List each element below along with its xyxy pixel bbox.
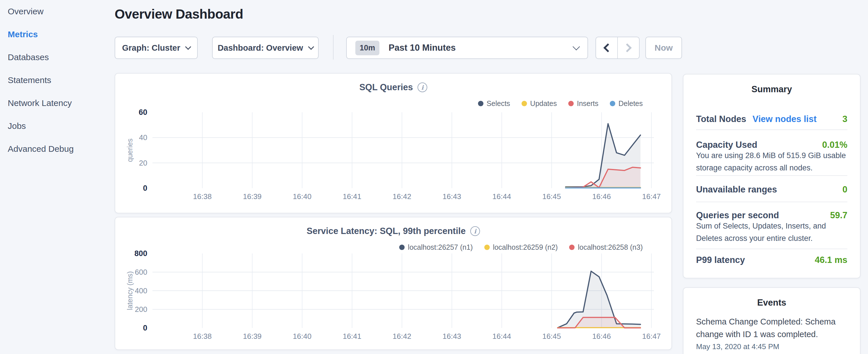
sql-queries-chart-card: SQL Queries i SelectsUpdatesInsertsDelet… bbox=[115, 73, 672, 213]
admin-console: OverviewMetricsDatabasesStatementsNetwor… bbox=[0, 0, 868, 354]
now-button[interactable]: Now bbox=[645, 37, 682, 59]
event-item-text: Schema Change Completed: Schema change w… bbox=[696, 315, 848, 341]
svg-text:16:43: 16:43 bbox=[442, 332, 461, 341]
summary-label: Capacity Used bbox=[696, 140, 757, 150]
svg-text:16:38: 16:38 bbox=[193, 332, 212, 341]
events-title: Events bbox=[683, 297, 860, 308]
view-nodes-list-link[interactable]: View nodes list bbox=[752, 114, 816, 124]
svg-text:16:39: 16:39 bbox=[243, 192, 261, 201]
summary-label: Queries per second bbox=[696, 210, 779, 221]
summary-row-p99-latency: P99 latency 46.1 ms bbox=[696, 253, 847, 267]
sidebar-item-jobs[interactable]: Jobs bbox=[0, 115, 115, 137]
chevron-down-icon bbox=[572, 43, 580, 50]
svg-text:60: 60 bbox=[139, 108, 147, 117]
summary-title: Summary bbox=[683, 84, 860, 95]
chevron-down-icon bbox=[185, 43, 191, 50]
summary-value: 0.01% bbox=[822, 140, 847, 150]
sidebar-nav: OverviewMetricsDatabasesStatementsNetwor… bbox=[0, 0, 115, 354]
page-title: Overview Dashboard bbox=[115, 6, 243, 22]
svg-text:16:45: 16:45 bbox=[542, 332, 561, 341]
time-range-label: Past 10 Minutes bbox=[389, 43, 456, 53]
svg-text:16:41: 16:41 bbox=[343, 332, 361, 341]
svg-text:16:38: 16:38 bbox=[193, 192, 212, 201]
graph-scope-dropdown-label: Graph: Cluster bbox=[122, 43, 180, 53]
sql-queries-chart[interactable]: 16:3816:3916:4016:4116:4216:4316:4416:45… bbox=[115, 74, 673, 214]
summary-value: 59.7 bbox=[830, 210, 847, 221]
svg-text:16:40: 16:40 bbox=[293, 192, 311, 201]
dashboard-dropdown-label: Dashboard: Overview bbox=[217, 43, 303, 53]
sidebar-item-databases[interactable]: Databases bbox=[0, 46, 115, 69]
svg-text:16:47: 16:47 bbox=[642, 192, 661, 201]
summary-value: 46.1 ms bbox=[815, 255, 847, 265]
service-latency-chart-card: Service Latency: SQL, 99th percentile i … bbox=[115, 217, 672, 350]
svg-text:200: 200 bbox=[135, 305, 147, 314]
sidebar-item-network-latency[interactable]: Network Latency bbox=[0, 92, 115, 115]
time-step-buttons bbox=[595, 37, 640, 59]
svg-text:16:40: 16:40 bbox=[293, 332, 311, 341]
svg-text:16:41: 16:41 bbox=[343, 192, 361, 201]
svg-text:600: 600 bbox=[135, 268, 147, 277]
graph-scope-dropdown[interactable]: Graph: Cluster bbox=[115, 37, 198, 59]
divider bbox=[696, 129, 847, 130]
summary-label: P99 latency bbox=[696, 255, 745, 265]
svg-text:16:42: 16:42 bbox=[393, 192, 411, 201]
controls-divider bbox=[333, 35, 334, 60]
svg-text:16:42: 16:42 bbox=[393, 332, 411, 341]
svg-text:16:39: 16:39 bbox=[243, 332, 261, 341]
svg-text:16:44: 16:44 bbox=[492, 192, 511, 201]
chevron-right-icon bbox=[623, 43, 631, 52]
svg-text:16:43: 16:43 bbox=[442, 192, 461, 201]
svg-text:800: 800 bbox=[134, 249, 147, 258]
sidebar-item-overview[interactable]: Overview bbox=[0, 0, 115, 23]
svg-text:0: 0 bbox=[143, 184, 147, 192]
chevron-down-icon bbox=[308, 43, 314, 50]
service-latency-chart[interactable]: 16:3816:3916:4016:4116:4216:4316:4416:45… bbox=[115, 217, 673, 351]
svg-text:16:45: 16:45 bbox=[542, 192, 561, 201]
summary-row-unavailable-ranges: Unavailable ranges 0 bbox=[696, 183, 847, 196]
svg-text:0: 0 bbox=[143, 324, 147, 332]
svg-text:16:46: 16:46 bbox=[592, 192, 611, 201]
svg-text:16:46: 16:46 bbox=[592, 332, 611, 341]
divider bbox=[696, 202, 847, 202]
summary-label: Total Nodes bbox=[696, 114, 746, 124]
dashboard-dropdown[interactable]: Dashboard: Overview bbox=[212, 37, 319, 59]
summary-label: Unavailable ranges bbox=[696, 185, 777, 195]
svg-text:latency (ms): latency (ms) bbox=[126, 271, 134, 310]
sidebar-item-metrics[interactable]: Metrics bbox=[0, 23, 115, 46]
svg-text:16:47: 16:47 bbox=[642, 332, 661, 341]
time-prev-button[interactable] bbox=[596, 37, 618, 58]
time-range-selector[interactable]: 10m Past 10 Minutes bbox=[346, 37, 588, 59]
svg-text:40: 40 bbox=[139, 133, 147, 142]
summary-panel: Summary Total Nodes View nodes list 3 Ca… bbox=[683, 74, 861, 279]
svg-text:queries: queries bbox=[126, 139, 134, 162]
time-range-badge: 10m bbox=[355, 41, 379, 55]
chevron-left-icon bbox=[603, 43, 612, 52]
event-item-timestamp: May 13, 2020 at 4:45 PM bbox=[696, 342, 779, 351]
svg-text:400: 400 bbox=[135, 286, 147, 295]
divider bbox=[696, 249, 847, 249]
time-next-button[interactable] bbox=[618, 37, 639, 58]
summary-row-total-nodes: Total Nodes View nodes list 3 bbox=[696, 112, 847, 126]
summary-description: Sum of Selects, Updates, Inserts, and De… bbox=[696, 220, 851, 245]
summary-value: 0 bbox=[842, 185, 847, 195]
summary-value: 3 bbox=[842, 114, 847, 124]
divider bbox=[696, 175, 847, 176]
sidebar-item-advanced-debug[interactable]: Advanced Debug bbox=[0, 137, 115, 160]
svg-text:16:44: 16:44 bbox=[492, 332, 511, 341]
sidebar-item-statements[interactable]: Statements bbox=[0, 69, 115, 92]
summary-description: You are using 28.6 MiB of 515.9 GiB usab… bbox=[696, 150, 851, 174]
events-panel: Events Schema Change Completed: Schema c… bbox=[683, 287, 861, 354]
svg-text:20: 20 bbox=[139, 159, 147, 167]
